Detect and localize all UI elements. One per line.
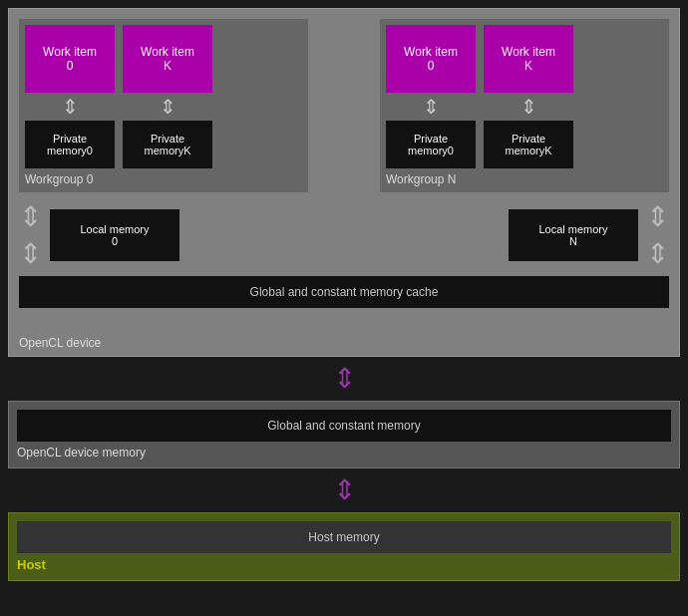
wi-0-col: Work item0 ⇕ Privatememory0: [25, 25, 115, 168]
purple-arrow-icon-1: ⇕: [333, 365, 356, 393]
opencl-device-memory-box: Global and constant memory OpenCL device…: [8, 401, 680, 468]
host-memory-label: Host memory: [308, 530, 379, 544]
wi-k-col-n: Work itemK ⇕ PrivatememoryK: [484, 25, 573, 168]
arrow-wi0-wg0: ⇕: [62, 95, 79, 119]
local-memory-n-box: Local memoryN: [509, 209, 638, 261]
host-label: Host: [17, 557, 671, 572]
workgroup-0-items: Work item0 ⇕ Privatememory0 Work itemK ⇕…: [25, 25, 302, 168]
wi-k-col: Work itemK ⇕ PrivatememoryK: [123, 25, 212, 168]
right-local-section: Local memoryN ⇕ ⇕: [380, 200, 669, 270]
private-memory-k-wgn: PrivatememoryK: [484, 121, 573, 168]
main-container: Work item0 ⇕ Privatememory0 Work itemK ⇕…: [0, 0, 688, 616]
host-memory-bar: Host memory: [17, 521, 671, 553]
global-cache-bar: Global and constant memory cache: [19, 276, 669, 308]
global-memory-label: Global and constant memory: [267, 419, 420, 433]
opencl-device-box: Work item0 ⇕ Privatememory0 Work itemK ⇕…: [8, 8, 680, 357]
workgroup-0-box: Work item0 ⇕ Privatememory0 Work itemK ⇕…: [19, 19, 308, 192]
right-vertical-arrows: ⇕ ⇕: [646, 200, 669, 270]
work-item-0-wgn: Work item0: [386, 25, 476, 93]
arrow-wi0-wgn: ⇕: [423, 95, 440, 119]
local-memory-0-box: Local memory0: [50, 209, 179, 261]
opencl-device-memory-label: OpenCL device memory: [17, 446, 671, 460]
left-vertical-arrows: ⇕ ⇕: [19, 200, 42, 270]
left-big-arrow-2: ⇕: [19, 237, 42, 270]
arrow-wik-wgn: ⇕: [520, 95, 537, 119]
local-memory-row: ⇕ ⇕ Local memory0 Local memoryN ⇕ ⇕: [19, 200, 669, 270]
opencl-device-label: OpenCL device: [19, 336, 101, 350]
left-local-section: ⇕ ⇕ Local memory0: [19, 200, 308, 270]
private-memory-k-wg0: PrivatememoryK: [123, 121, 212, 168]
arrow-wik-wg0: ⇕: [160, 95, 176, 119]
work-item-k-wgn: Work itemK: [484, 25, 573, 93]
workgroup-n-label: Workgroup N: [386, 172, 663, 186]
work-item-0-wg0: Work item0: [25, 25, 115, 93]
work-item-k-wg0: Work itemK: [123, 25, 212, 93]
purple-arrow-1: ⇕: [8, 361, 680, 397]
right-big-arrow-1: ⇕: [646, 200, 669, 233]
global-memory-bar: Global and constant memory: [17, 410, 671, 442]
right-big-arrow-2: ⇕: [646, 237, 669, 270]
workgroup-0-label: Workgroup 0: [25, 172, 302, 186]
workgroup-n-box: Work item0 ⇕ Privatememory0 Work itemK ⇕…: [380, 19, 669, 192]
host-box: Host memory Host: [8, 512, 680, 581]
purple-arrow-2: ⇕: [8, 472, 680, 508]
left-big-arrow-1: ⇕: [19, 200, 42, 233]
wi-0-col-n: Work item0 ⇕ Privatememory0: [386, 25, 476, 168]
global-cache-label: Global and constant memory cache: [250, 285, 439, 299]
workgroups-row: Work item0 ⇕ Privatememory0 Work itemK ⇕…: [19, 19, 669, 192]
purple-arrow-icon-2: ⇕: [333, 476, 356, 504]
private-memory-0-wgn: Privatememory0: [386, 121, 476, 168]
workgroup-n-items: Work item0 ⇕ Privatememory0 Work itemK ⇕…: [386, 25, 663, 168]
private-memory-0-wg0: Privatememory0: [25, 121, 115, 168]
